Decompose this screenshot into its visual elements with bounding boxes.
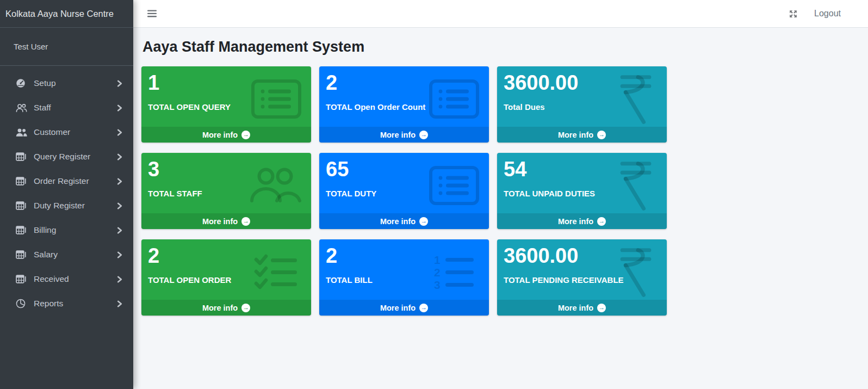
card-inner: 3600.00TOTAL PENDING RECEIVABLE (497, 239, 667, 300)
table-icon (16, 152, 29, 162)
sidebar-item-salary[interactable]: Salary (4, 244, 129, 265)
content-area: Aaya Staff Management System 1TOTAL OPEN… (133, 28, 868, 323)
card-label: TOTAL Open Order Count (326, 102, 482, 112)
card-label: TOTAL BILL (326, 275, 482, 285)
card-value: 3600.00 (504, 244, 660, 268)
arrow-circle-right-icon: → (419, 131, 428, 139)
arrow-glyph: → (243, 132, 249, 138)
arrow-circle-right-icon: → (597, 217, 606, 226)
card-inner: 1TOTAL OPEN QUERY (141, 66, 311, 127)
card-label: TOTAL OPEN ORDER (148, 275, 305, 285)
arrow-glyph: → (598, 132, 605, 138)
more-info-link[interactable]: More info→ (319, 127, 489, 143)
stat-card: 54TOTAL UNPAID DUTIESMore info→ (497, 153, 667, 229)
stat-card: 2TOTAL OPEN ORDERMore info→ (141, 239, 311, 316)
sidebar-item-staff[interactable]: Staff (4, 97, 129, 119)
arrow-glyph: → (598, 218, 605, 225)
more-info-link[interactable]: More info→ (141, 213, 311, 229)
sidebar-item-label: Billing (34, 225, 117, 235)
arrow-glyph: → (598, 305, 605, 311)
card-inner: 2TOTAL Open Order Count (319, 66, 489, 127)
more-info-link[interactable]: More info→ (319, 300, 489, 316)
more-info-link[interactable]: More info→ (141, 127, 311, 143)
card-value: 2 (326, 71, 482, 95)
more-info-link[interactable]: More info→ (319, 213, 489, 229)
chevron-right-icon (117, 153, 122, 160)
more-info-label: More info (558, 131, 593, 139)
more-info-link[interactable]: More info→ (141, 300, 311, 316)
sidebar-item-label: Duty Register (34, 201, 117, 211)
sidebar: Kolkata Aaya Nurse Centre Test User Setu… (0, 0, 133, 389)
user-name: Test User (14, 42, 48, 51)
chevron-right-icon (117, 276, 122, 283)
table-icon (16, 201, 29, 211)
sidebar-item-setup[interactable]: Setup (4, 72, 129, 94)
speedometer-icon (16, 78, 29, 88)
arrow-circle-right-icon: → (419, 217, 428, 226)
stat-card: 2TOTAL BILL123More info→ (319, 239, 489, 316)
table-icon (16, 176, 29, 186)
arrow-circle-right-icon: → (241, 217, 250, 226)
arrow-circle-right-icon: → (241, 304, 250, 312)
chevron-right-icon (117, 300, 122, 307)
expand-arrows-icon[interactable] (789, 9, 798, 18)
chevron-right-icon (117, 178, 122, 185)
sidebar-item-order-register[interactable]: Order Register (4, 170, 129, 192)
card-value: 1 (148, 71, 305, 95)
stat-card: 1TOTAL OPEN QUERYMore info→ (141, 66, 311, 143)
chevron-right-icon (117, 251, 122, 258)
stat-card: 3600.00TOTAL PENDING RECEIVABLEMore info… (497, 239, 667, 316)
sidebar-item-reports[interactable]: Reports (4, 293, 129, 314)
main-column: Logout Aaya Staff Management System 1TOT… (133, 0, 868, 389)
arrow-circle-right-icon: → (241, 131, 250, 139)
table-icon (16, 274, 29, 284)
arrow-glyph: → (420, 132, 427, 138)
more-info-link[interactable]: More info→ (497, 213, 667, 229)
sidebar-item-customer[interactable]: Customer (4, 121, 129, 143)
logout-link[interactable]: Logout (814, 9, 841, 18)
stat-card: 65TOTAL DUTYMore info→ (319, 153, 489, 229)
chevron-right-icon (117, 80, 122, 87)
arrow-circle-right-icon: → (597, 304, 606, 312)
sidebar-item-billing[interactable]: Billing (4, 219, 129, 241)
card-label: Total Dues (504, 102, 660, 112)
more-info-label: More info (202, 217, 238, 226)
sidebar-item-label: Order Register (34, 176, 117, 186)
card-value: 65 (326, 157, 482, 182)
card-inner: 65TOTAL DUTY (319, 153, 489, 213)
arrow-circle-right-icon: → (597, 131, 606, 139)
chevron-right-icon (117, 202, 122, 209)
cards-grid: 1TOTAL OPEN QUERYMore info→2TOTAL Open O… (141, 66, 860, 316)
people-solid-icon (16, 128, 29, 137)
arrow-glyph: → (420, 218, 427, 225)
more-info-link[interactable]: More info→ (497, 127, 667, 143)
sidebar-item-label: Setup (34, 78, 117, 88)
more-info-label: More info (380, 304, 416, 312)
pie-chart-icon (16, 299, 29, 308)
more-info-link[interactable]: More info→ (497, 300, 667, 316)
arrow-glyph: → (420, 305, 427, 311)
sidebar-item-label: Staff (34, 103, 117, 113)
sidebar-item-query-register[interactable]: Query Register (4, 146, 129, 168)
chevron-right-icon (117, 104, 122, 112)
card-label: TOTAL OPEN QUERY (148, 102, 305, 112)
card-value: 2 (326, 244, 482, 268)
more-info-label: More info (380, 217, 416, 226)
card-value: 2 (148, 244, 305, 268)
brand-text: Kolkata Aaya Nurse Centre (5, 9, 114, 19)
stat-card: 3TOTAL STAFFMore info→ (141, 153, 311, 229)
app-root: Kolkata Aaya Nurse Centre Test User Setu… (0, 0, 868, 389)
stat-card: 2TOTAL Open Order CountMore info→ (319, 66, 489, 143)
sidebar-item-received[interactable]: Received (4, 268, 129, 290)
topbar-right: Logout (789, 9, 841, 18)
table-icon (16, 225, 29, 235)
sidebar-item-label: Query Register (34, 152, 117, 162)
table-icon (16, 250, 29, 260)
card-label: TOTAL DUTY (326, 189, 482, 198)
sidebar-item-duty-register[interactable]: Duty Register (4, 195, 129, 217)
brand-link[interactable]: Kolkata Aaya Nurse Centre (0, 0, 133, 28)
more-info-label: More info (202, 304, 238, 312)
more-info-label: More info (558, 304, 593, 312)
card-inner: 3600.00Total Dues (497, 66, 667, 127)
hamburger-icon[interactable] (147, 10, 157, 17)
